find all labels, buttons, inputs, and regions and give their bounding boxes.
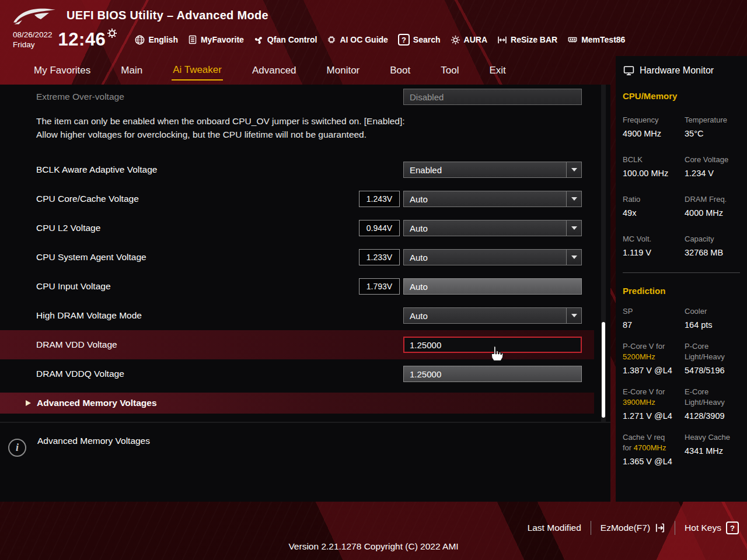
tab-tool[interactable]: Tool [439, 61, 460, 80]
gear-icon[interactable] [107, 28, 117, 38]
settings-panel: Extreme Over-voltage Disabled The item c… [0, 85, 610, 422]
setting-label: DRAM VDDQ Voltage [36, 359, 124, 388]
toolbar-label: Qfan Control [267, 35, 317, 44]
hardware-monitor-header: Hardware Monitor [623, 63, 741, 78]
extreme-overvoltage-field: Disabled [403, 89, 582, 105]
pred-pcore-score: P-Core Light/Heavy 5478/5196 [685, 341, 741, 375]
info-text: Advanced Memory Voltages [37, 436, 150, 446]
stat-ratio: Ratio 49x [623, 194, 683, 218]
cpu-core-cache-voltage-dropdown[interactable]: Auto [403, 191, 582, 207]
chevron-down-icon[interactable] [566, 220, 581, 236]
tab-boot[interactable]: Boot [389, 61, 411, 80]
dram-vddq-voltage-field[interactable]: 1.25000 [403, 366, 582, 382]
time-text: 12:46 [58, 29, 106, 50]
setting-row-extreme-overvoltage: Extreme Over-voltage Disabled [0, 88, 610, 106]
dropdown-value: Auto [410, 223, 428, 233]
toolbar-row: 08/26/2022 Friday 12:46 [0, 26, 747, 54]
input-value: 1.25000 [410, 340, 441, 350]
dropdown-value: Auto [410, 311, 428, 321]
ezmode-button[interactable]: EzMode(F7) [601, 523, 665, 533]
tab-exit[interactable]: Exit [488, 61, 507, 80]
current-value-box: 1.793V [359, 278, 400, 295]
pred-ecore-v: E-Core V for 3900MHz 1.271 V @L4 [623, 387, 683, 421]
toolbar-label: MyFavorite [201, 35, 244, 44]
field-value: 1.25000 [410, 369, 441, 379]
chevron-down-icon[interactable] [566, 250, 581, 265]
memory-icon [567, 35, 578, 44]
footer-bar: Last Modified EzMode(F7) Hot Keys ? [0, 517, 739, 539]
tab-monitor[interactable]: Monitor [326, 61, 361, 80]
resize-bar-icon [497, 35, 507, 45]
bios-screen: UEFI BIOS Utility – Advanced Mode 08/26/… [0, 0, 747, 560]
toolbar-qfan-control[interactable]: Qfan Control [254, 35, 317, 45]
pred-sp: SP 87 [623, 306, 683, 330]
chevron-down-icon[interactable] [566, 308, 581, 323]
fan-icon [254, 35, 264, 45]
tab-main[interactable]: Main [120, 61, 144, 80]
page-title: UEFI BIOS Utility – Advanced Mode [67, 9, 268, 22]
toolbar-aura[interactable]: AURA [451, 35, 487, 45]
advanced-memory-voltages-item[interactable]: Advanced Memory Voltages [0, 393, 594, 414]
stat-bclk: BCLK 100.00 MHz [623, 155, 683, 178]
bclk-aware-dropdown[interactable]: Enabled [403, 162, 582, 178]
setting-label: DRAM VDD Voltage [36, 330, 117, 359]
current-value-box: 1.243V [359, 191, 400, 207]
dropdown-value: Auto [410, 253, 428, 262]
pred-pcore-v: P-Core V for 5200MHz 1.387 V @L4 [623, 341, 683, 375]
hardware-monitor-panel: Hardware Monitor CPU/Memory Frequency 49… [616, 56, 747, 502]
setting-label: High DRAM Voltage Mode [36, 301, 142, 330]
ezmode-label: EzMode(F7) [601, 523, 650, 533]
setting-label: CPU Input Voltage [36, 272, 111, 301]
prediction-stats: SP 87 Cooler 164 pts P-Core V for 5200MH… [623, 306, 741, 466]
help-line-1: The item can only be enabled when the on… [36, 116, 361, 126]
last-modified-label: Last Modified [528, 523, 581, 533]
setting-row-cpu-system-agent-voltage: CPU System Agent Voltage 1.233V Auto [0, 243, 610, 272]
tab-my-favorites[interactable]: My Favorites [33, 61, 92, 80]
toolbar-language[interactable]: English [135, 35, 178, 45]
chevron-down-icon[interactable] [566, 191, 581, 206]
datetime: 08/26/2022 Friday 12:46 [13, 29, 117, 50]
setting-row-high-dram-voltage-mode: High DRAM Voltage Mode Auto [0, 301, 610, 330]
sidebar-divider [623, 272, 740, 273]
submenu-arrow-icon [26, 400, 31, 406]
hot-keys-button[interactable]: Hot Keys ? [685, 522, 739, 534]
pred-ecore-score: E-Core Light/Heavy 4128/3909 [685, 387, 741, 421]
setting-row-cpu-l2-voltage: CPU L2 Voltage 0.944V Auto [0, 214, 610, 243]
toolbar-resize-bar[interactable]: ReSize BAR [497, 35, 557, 45]
footer-divider [591, 521, 591, 535]
setting-row-dram-vddq-voltage: DRAM VDDQ Voltage 1.25000 [0, 359, 610, 388]
setting-label: BCLK Aware Adaptive Voltage [36, 155, 157, 184]
pred-cooler: Cooler 164 pts [685, 306, 741, 330]
search-icon: ? [398, 34, 410, 46]
cpu-input-voltage-field[interactable]: Auto [403, 278, 582, 295]
field-value: Disabled [410, 92, 444, 102]
toolbar-memtest86[interactable]: MemTest86 [567, 35, 625, 44]
cpu-l2-voltage-dropdown[interactable]: Auto [403, 220, 582, 236]
main-menu-tabs: My Favorites Main Ai Tweaker Advanced Mo… [0, 56, 610, 85]
toolbar: English MyFavorite Qfa [135, 34, 625, 46]
scrollbar-thumb[interactable] [602, 322, 605, 418]
toolbar-search[interactable]: ? Search [398, 34, 441, 46]
cpu-system-agent-voltage-dropdown[interactable]: Auto [403, 249, 582, 265]
info-bar: i Advanced Memory Voltages [0, 422, 610, 502]
high-dram-voltage-mode-dropdown[interactable]: Auto [403, 307, 582, 324]
toolbar-label: AURA [464, 35, 487, 44]
field-value: Auto [410, 282, 428, 292]
tab-advanced[interactable]: Advanced [251, 61, 298, 80]
toolbar-myfavorite[interactable]: MyFavorite [188, 35, 244, 44]
current-value-box: 0.944V [359, 220, 400, 236]
stat-mc-volt: MC Volt. 1.119 V [623, 234, 683, 257]
setting-row-cpu-input-voltage: CPU Input Voltage 1.793V Auto [0, 272, 610, 301]
stat-temperature: Temperature 35°C [685, 115, 741, 138]
last-modified-button[interactable]: Last Modified [528, 523, 581, 533]
tab-ai-tweaker[interactable]: Ai Tweaker [172, 61, 223, 80]
setting-row-cpu-core-cache-voltage: CPU Core/Cache Voltage 1.243V Auto [0, 184, 610, 214]
toolbar-label: English [148, 35, 178, 44]
dram-vdd-voltage-input[interactable]: 1.25000 [403, 337, 582, 353]
toolbar-ai-oc-guide[interactable]: AI OC Guide [327, 35, 388, 44]
chevron-down-icon[interactable] [566, 162, 581, 177]
cpu-memory-stats: Frequency 4900 MHz Temperature 35°C BCLK… [623, 115, 741, 257]
pred-cache-v: Cache V req for 4700MHz 1.365 V @L4 [623, 432, 683, 466]
current-value-box: 1.233V [359, 249, 400, 265]
setting-label: CPU L2 Voltage [36, 214, 100, 243]
